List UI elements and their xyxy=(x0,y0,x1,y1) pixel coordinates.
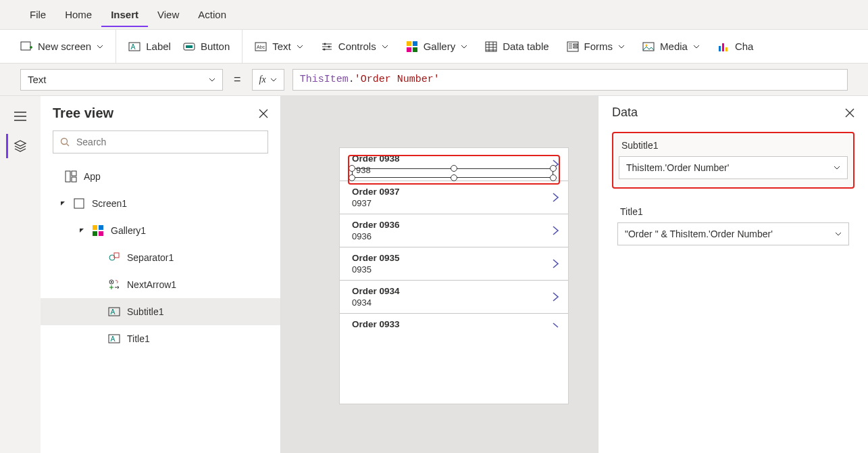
button-button[interactable]: Button xyxy=(183,41,230,53)
menu-insert[interactable]: Insert xyxy=(101,2,148,27)
subtitle-field-select[interactable]: ThisItem.'Order Number' xyxy=(619,156,848,179)
svg-rect-9 xyxy=(407,41,411,46)
data-panel-title: Data xyxy=(612,105,638,120)
data-panel: Data Subtitle1 ThisItem.'Order Number' T… xyxy=(598,96,868,453)
equals-sign: = xyxy=(231,72,244,87)
tree-node-app[interactable]: App xyxy=(41,163,280,190)
gi-subtitle: 0936 xyxy=(352,231,560,241)
formula-input[interactable]: ThisItem.'Order Number' xyxy=(292,69,848,91)
forms-icon xyxy=(567,41,579,53)
label-icon xyxy=(108,333,120,345)
gi-title: Order 0936 xyxy=(352,220,560,230)
tree-view-title: Tree view xyxy=(53,105,113,121)
media-button[interactable]: Media xyxy=(642,41,700,53)
property-select-value: Text xyxy=(28,74,47,85)
chevron-down-icon xyxy=(382,43,388,50)
subtitle-field-label: Subtitle1 xyxy=(619,140,848,151)
search-input[interactable] xyxy=(53,130,268,153)
gallery-item[interactable]: Order 0934 0934 xyxy=(340,281,568,314)
new-screen-label: New screen xyxy=(38,41,91,52)
gallery-item[interactable]: Order 0938 938 xyxy=(340,148,568,181)
title-field-value: "Order " & ThisItem.'Order Number' xyxy=(625,229,773,239)
svg-rect-15 xyxy=(573,44,578,45)
close-icon[interactable] xyxy=(259,109,268,118)
chevron-down-icon xyxy=(209,76,215,83)
tree-node-subtitle1[interactable]: Subtitle1 xyxy=(41,298,280,325)
forms-button[interactable]: Forms xyxy=(567,41,626,53)
menu-action[interactable]: Action xyxy=(188,2,236,27)
svg-rect-28 xyxy=(99,225,103,230)
tree-node-nextarrow1[interactable]: NextArrow1 xyxy=(41,271,280,298)
tree-node-gallery1[interactable]: Gallery1 xyxy=(41,217,280,244)
svg-point-22 xyxy=(61,139,68,145)
subtitle-field-block: Subtitle1 ThisItem.'Order Number' xyxy=(612,132,854,189)
text-button[interactable]: Abc Text xyxy=(255,41,303,53)
expand-icon[interactable] xyxy=(78,227,85,234)
gallery-item[interactable]: Order 0936 0936 xyxy=(340,214,568,247)
chevron-right-icon[interactable] xyxy=(551,160,560,169)
rail-hamburger[interactable] xyxy=(7,104,34,128)
design-canvas[interactable]: Order 0938 938 Order 0937 0937 Order 093… xyxy=(281,96,598,453)
charts-icon xyxy=(717,41,730,53)
tree-node-separator1[interactable]: Separator1 xyxy=(41,244,280,271)
tree-label: Subtitle1 xyxy=(127,306,163,317)
text-label: Text xyxy=(272,41,291,52)
tree-node-title1[interactable]: Title1 xyxy=(41,325,280,352)
chevron-down-icon xyxy=(461,43,467,50)
menu-home[interactable]: Home xyxy=(55,2,101,27)
data-table-button[interactable]: Data table xyxy=(485,41,548,53)
app-icon xyxy=(65,170,77,183)
menu-file[interactable]: File xyxy=(20,2,55,27)
chevron-down-icon xyxy=(834,164,840,171)
title-field-select[interactable]: "Order " & ThisItem.'Order Number' xyxy=(617,222,849,245)
search-field[interactable] xyxy=(75,136,261,148)
svg-rect-17 xyxy=(643,43,654,51)
formula-token-dot: . xyxy=(349,74,355,85)
gallery-button[interactable]: Gallery xyxy=(406,41,468,53)
svg-rect-29 xyxy=(93,231,97,236)
gallery-item[interactable]: Order 0933 xyxy=(340,314,568,336)
chevron-right-icon[interactable] xyxy=(551,193,560,202)
new-screen-button[interactable]: New screen xyxy=(20,41,103,53)
label-icon xyxy=(108,306,120,318)
search-icon xyxy=(60,137,70,147)
tree-label: Screen1 xyxy=(92,198,127,209)
charts-button[interactable]: Cha xyxy=(717,41,754,53)
svg-text:Abc: Abc xyxy=(257,45,265,49)
property-select[interactable]: Text xyxy=(20,69,223,91)
screen-preview[interactable]: Order 0938 938 Order 0937 0937 Order 093… xyxy=(339,147,569,404)
data-table-label: Data table xyxy=(503,41,548,52)
charts-label: Cha xyxy=(735,41,754,52)
gallery-label: Gallery xyxy=(424,41,456,52)
svg-point-8 xyxy=(323,48,325,50)
chevron-right-icon[interactable] xyxy=(551,323,560,332)
formula-bar: Text = fx ThisItem.'Order Number' xyxy=(0,64,868,96)
close-icon[interactable] xyxy=(845,108,854,118)
svg-rect-16 xyxy=(573,47,578,48)
title-field-label: Title1 xyxy=(617,206,849,217)
gi-title: Order 0938 xyxy=(352,153,560,164)
tree-label: Gallery1 xyxy=(111,225,146,236)
gallery-item[interactable]: Order 0937 0937 xyxy=(340,181,568,214)
screen-icon xyxy=(73,197,85,210)
svg-rect-26 xyxy=(74,199,84,208)
gi-subtitle: 938 xyxy=(352,165,560,175)
svg-rect-11 xyxy=(407,47,411,52)
expand-icon[interactable] xyxy=(59,200,66,207)
rail-treeview[interactable] xyxy=(6,134,33,158)
title-field-block: Title1 "Order " & ThisItem.'Order Number… xyxy=(612,199,854,254)
tree-node-screen1[interactable]: Screen1 xyxy=(41,190,280,217)
chevron-right-icon[interactable] xyxy=(551,292,560,302)
label-button[interactable]: Label xyxy=(128,41,171,53)
gallery-item[interactable]: Order 0935 0935 xyxy=(340,247,568,281)
controls-button[interactable]: Controls xyxy=(321,41,388,53)
fx-button[interactable]: fx xyxy=(252,69,284,91)
media-label: Media xyxy=(660,41,688,52)
chevron-right-icon[interactable] xyxy=(551,259,560,268)
button-label: Button xyxy=(201,41,230,52)
label-label: Label xyxy=(146,41,171,52)
tree-view-panel: Tree view App Screen1 Gallery1 xyxy=(41,96,281,453)
svg-point-7 xyxy=(328,45,330,47)
chevron-right-icon[interactable] xyxy=(551,226,560,235)
menu-view[interactable]: View xyxy=(148,2,188,27)
